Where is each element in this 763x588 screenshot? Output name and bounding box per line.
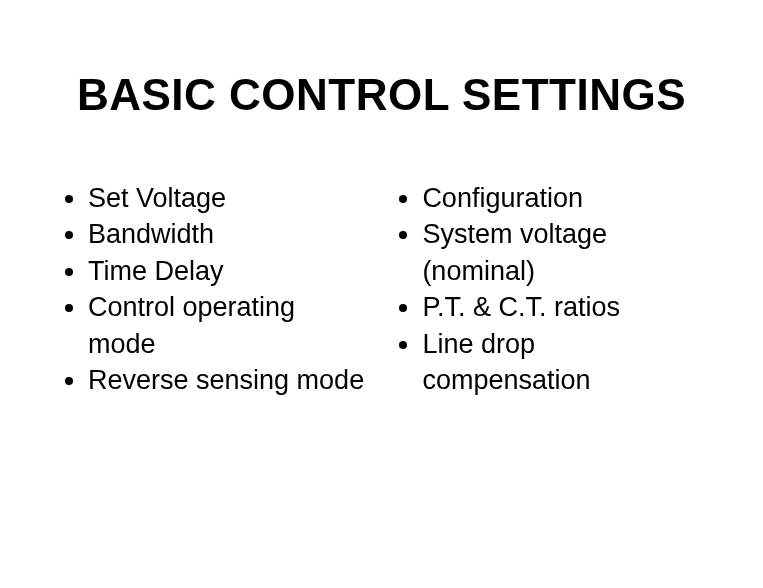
slide: BASIC CONTROL SETTINGS Set Voltage Bandw…: [0, 0, 763, 588]
list-item: Reverse sensing mode: [88, 362, 369, 398]
right-list: Configuration System voltage (nominal) P…: [394, 180, 703, 399]
left-column: Set Voltage Bandwidth Time Delay Control…: [60, 180, 369, 399]
list-item: Time Delay: [88, 253, 369, 289]
list-item: P.T. & C.T. ratios: [422, 289, 703, 325]
list-item: Line drop compensation: [422, 326, 703, 399]
content-columns: Set Voltage Bandwidth Time Delay Control…: [50, 180, 713, 399]
list-item: System voltage (nominal): [422, 216, 703, 289]
list-item: Set Voltage: [88, 180, 369, 216]
slide-title: BASIC CONTROL SETTINGS: [50, 70, 713, 120]
list-item: Bandwidth: [88, 216, 369, 252]
left-list: Set Voltage Bandwidth Time Delay Control…: [60, 180, 369, 399]
right-column: Configuration System voltage (nominal) P…: [394, 180, 703, 399]
list-item: Control operating mode: [88, 289, 369, 362]
list-item: Configuration: [422, 180, 703, 216]
